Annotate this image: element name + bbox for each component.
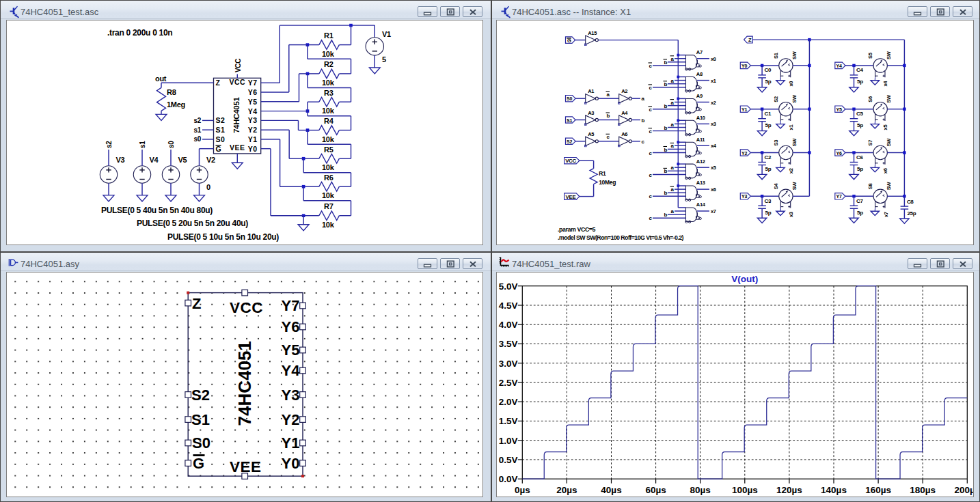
svg-text:5p: 5p [765, 79, 772, 85]
svg-text:VCC: VCC [230, 299, 263, 316]
svg-text:10k: 10k [322, 79, 335, 87]
svg-text:a: a [671, 122, 675, 128]
svg-text:5p: 5p [765, 122, 772, 128]
svg-text:x4: x4 [711, 143, 717, 149]
svg-text:10k: 10k [322, 50, 335, 58]
svg-text:4.0V: 4.0V [499, 320, 518, 330]
svg-text:S2: S2 [191, 387, 210, 404]
svg-text:C7: C7 [856, 198, 863, 204]
svg-text:b: b [664, 168, 668, 174]
svg-text:Y7: Y7 [248, 79, 258, 87]
svg-text:5p: 5p [765, 210, 772, 216]
svg-text:0: 0 [206, 183, 210, 191]
svg-text:x0: x0 [711, 56, 716, 62]
svg-text:80µs: 80µs [690, 485, 711, 495]
svg-text:1Meg: 1Meg [167, 100, 185, 109]
svg-text:C5: C5 [856, 111, 863, 117]
svg-text:5: 5 [382, 55, 386, 64]
svg-text:20µs: 20µs [556, 485, 577, 495]
svg-text:A10: A10 [696, 115, 705, 121]
svg-text:25p: 25p [907, 210, 916, 217]
svg-text:C2: C2 [765, 154, 772, 161]
svg-text:c: c [642, 139, 645, 145]
svg-text:V5: V5 [178, 156, 187, 164]
svg-text:.model SW SW(Ron=100 Roff=10G: .model SW SW(Ron=100 Roff=10G Vt=0.5 Vh=… [558, 234, 684, 241]
svg-text:c: c [607, 134, 610, 140]
svg-text:5p: 5p [857, 79, 863, 85]
svg-text:Y5: Y5 [282, 341, 300, 359]
svg-text:S1: S1 [191, 411, 210, 428]
svg-text:Y2: Y2 [741, 151, 747, 156]
svg-text:x0: x0 [788, 81, 794, 87]
svg-text:74HC4051: 74HC4051 [232, 97, 241, 133]
svg-text:2.5V: 2.5V [499, 378, 518, 388]
svg-text:10k: 10k [322, 191, 335, 199]
svg-text:200µs: 200µs [954, 485, 973, 495]
svg-text:s0: s0 [193, 135, 201, 143]
svg-text:Z: Z [216, 79, 221, 87]
svg-text:S8: S8 [867, 184, 873, 190]
svg-text:VCC: VCC [234, 59, 242, 72]
svg-text:b: b [664, 103, 668, 109]
svg-text:A1: A1 [588, 88, 594, 94]
svg-text:Y7: Y7 [282, 297, 300, 314]
svg-text:A12: A12 [696, 158, 705, 165]
svg-text:b: b [664, 125, 668, 131]
svg-text:0.0V: 0.0V [499, 474, 518, 484]
svg-text:G: G [216, 145, 222, 153]
svg-text:x1: x1 [788, 125, 794, 130]
svg-text:x2: x2 [788, 168, 794, 173]
svg-text:SW: SW [886, 94, 892, 103]
svg-text:S5: S5 [867, 53, 873, 59]
svg-text:Y6: Y6 [248, 88, 258, 96]
svg-text:a: a [671, 165, 675, 171]
svg-text:S4: S4 [773, 183, 779, 190]
svg-text:Y1: Y1 [248, 135, 258, 143]
svg-text:SW: SW [791, 182, 798, 191]
svg-text:b: b [664, 81, 668, 87]
svg-text:x3: x3 [711, 121, 716, 127]
svg-text:c: c [649, 172, 653, 178]
svg-text:VCC: VCC [565, 158, 576, 164]
svg-text:S2: S2 [773, 96, 779, 102]
svg-text:A8: A8 [696, 71, 703, 77]
svg-text:c: c [649, 85, 653, 91]
svg-text:R5: R5 [324, 145, 334, 154]
svg-text:S1: S1 [567, 118, 572, 123]
svg-text:A6: A6 [621, 131, 627, 137]
svg-text:C4: C4 [856, 67, 863, 73]
svg-text:s1: s1 [139, 141, 146, 148]
svg-text:a: a [671, 56, 675, 62]
svg-text:100µs: 100µs [732, 485, 758, 495]
svg-text:S1: S1 [773, 53, 779, 59]
svg-text:s2: s2 [193, 117, 201, 124]
svg-text:x7: x7 [883, 212, 889, 217]
svg-text:1.5V: 1.5V [499, 416, 518, 426]
svg-text:160µs: 160µs [865, 485, 891, 495]
svg-text:2.0V: 2.0V [499, 397, 518, 407]
svg-text:V4: V4 [150, 156, 159, 164]
svg-text:x1: x1 [711, 78, 716, 84]
svg-text:Y0: Y0 [741, 64, 747, 68]
svg-text:c: c [649, 107, 653, 113]
svg-text:x7: x7 [711, 208, 716, 214]
svg-text:Y0: Y0 [282, 455, 300, 472]
svg-text:S0: S0 [567, 96, 572, 101]
svg-text:Z: Z [192, 295, 201, 312]
svg-text:G: G [193, 455, 204, 472]
svg-text:S7: S7 [867, 140, 873, 146]
svg-text:R6: R6 [324, 173, 334, 182]
svg-text:10Meg: 10Meg [599, 179, 616, 186]
svg-text:S3: S3 [773, 140, 779, 146]
svg-text:0µs: 0µs [515, 485, 530, 495]
svg-text:b: b [664, 59, 668, 66]
svg-text:40µs: 40µs [601, 485, 621, 495]
svg-text:A5: A5 [588, 131, 594, 137]
svg-text:x2: x2 [711, 100, 716, 106]
svg-text:Y3: Y3 [282, 387, 300, 404]
svg-text:PULSE(0 5 40u 5n 5n 40u 80u): PULSE(0 5 40u 5n 5n 40u 80u) [101, 206, 213, 215]
svg-text:4.5V: 4.5V [499, 301, 518, 311]
svg-text:V2: V2 [206, 156, 215, 164]
svg-text:SW: SW [886, 138, 892, 147]
svg-text:PULSE(0 5 20u 5n 5n 20u 40u): PULSE(0 5 20u 5n 5n 20u 40u) [137, 219, 248, 228]
